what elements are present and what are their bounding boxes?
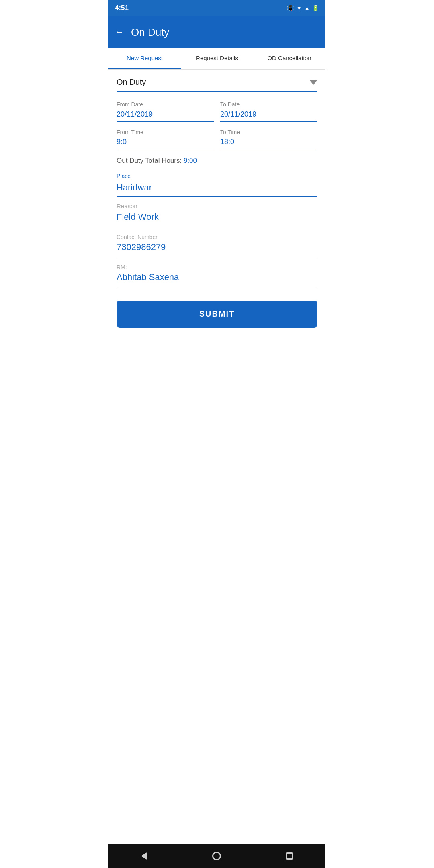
nav-home-button[interactable] <box>212 852 221 860</box>
from-date-value[interactable]: 20/11/2019 <box>117 110 214 122</box>
dropdown-arrow-icon <box>309 80 317 85</box>
back-button[interactable]: ← <box>115 27 124 37</box>
rm-group: RM: Abhitab Saxena <box>117 264 317 289</box>
place-input[interactable] <box>117 181 317 197</box>
from-time-value[interactable]: 9:0 <box>117 138 214 149</box>
time-row: From Time 9:0 To Time 18:0 <box>117 129 317 149</box>
reason-label: Reason <box>117 203 317 209</box>
rm-label: RM: <box>117 264 317 270</box>
to-time-group: To Time 18:0 <box>220 129 317 149</box>
from-time-label: From Time <box>117 129 214 135</box>
status-icons: 📳 ▼ ▲ 🔋 <box>287 5 319 11</box>
reason-value[interactable]: Field Work <box>117 212 317 227</box>
nav-square-icon <box>286 852 293 860</box>
contact-group: Contact Number 7302986279 <box>117 234 317 258</box>
signal-icon: ▼ <box>296 5 302 11</box>
place-label: Place <box>117 173 317 179</box>
submit-button[interactable]: SUBMIT <box>117 301 317 328</box>
from-time-group: From Time 9:0 <box>117 129 214 149</box>
bottom-nav <box>108 844 326 868</box>
form-container: On Duty From Date 20/11/2019 To Date 20/… <box>108 70 326 844</box>
tab-od-cancellation[interactable]: OD Cancellation <box>253 48 326 69</box>
nav-home-icon <box>212 852 221 860</box>
wifi-icon: ▲ <box>304 5 310 11</box>
to-time-label: To Time <box>220 129 317 135</box>
nav-back-icon <box>141 852 147 860</box>
duty-type-label: On Duty <box>117 78 146 87</box>
reason-group: Reason Field Work <box>117 203 317 227</box>
to-date-value[interactable]: 20/11/2019 <box>220 110 317 122</box>
status-time: 4:51 <box>115 4 129 12</box>
tabs-bar: New Request Request Details OD Cancellat… <box>108 48 326 70</box>
header: ← On Duty <box>108 16 326 48</box>
battery-icon: 🔋 <box>312 5 319 11</box>
nav-recents-button[interactable] <box>286 852 293 860</box>
to-time-value[interactable]: 18:0 <box>220 138 317 149</box>
date-row: From Date 20/11/2019 To Date 20/11/2019 <box>117 101 317 122</box>
rm-value: Abhitab Saxena <box>117 272 317 283</box>
total-hours-label: Out Duty Total Hours: <box>117 157 182 164</box>
from-date-group: From Date 20/11/2019 <box>117 101 214 122</box>
to-date-group: To Date 20/11/2019 <box>220 101 317 122</box>
place-group: Place <box>117 173 317 197</box>
total-hours-value: 9:00 <box>184 157 197 164</box>
tab-request-details[interactable]: Request Details <box>181 48 253 69</box>
to-date-label: To Date <box>220 101 317 108</box>
vibrate-icon: 📳 <box>287 5 294 11</box>
contact-value[interactable]: 7302986279 <box>117 242 317 252</box>
duty-type-dropdown[interactable]: On Duty <box>117 78 317 92</box>
nav-back-button[interactable] <box>141 852 147 860</box>
header-title: On Duty <box>131 26 169 39</box>
status-bar: 4:51 📳 ▼ ▲ 🔋 <box>108 0 326 16</box>
total-hours-row: Out Duty Total Hours: 9:00 <box>117 157 317 165</box>
from-date-label: From Date <box>117 101 214 108</box>
tab-new-request[interactable]: New Request <box>108 48 181 69</box>
contact-label: Contact Number <box>117 234 317 240</box>
